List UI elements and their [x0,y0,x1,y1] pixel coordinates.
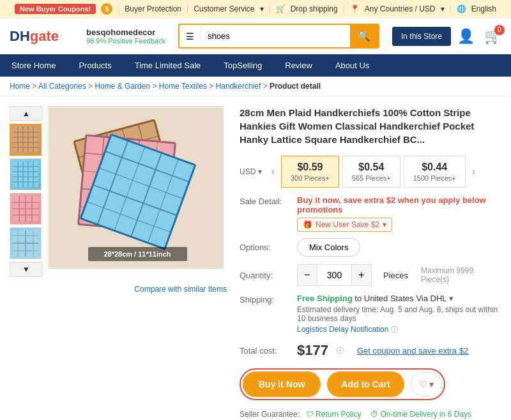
options-row: Options: Mix Colors [240,238,501,257]
search-area: ☰ 🔍 [178,24,379,49]
logistics-link[interactable]: Logistics Delay Notification ⓘ [297,325,501,334]
language-selector[interactable]: English [471,4,496,13]
drop-shipping[interactable]: Drop shipping [291,4,338,13]
max-quantity: Maximum 9999 Piece(s) [421,266,501,284]
product-title: 28cm Men Plaid Handkerchiefs 100% Cotton… [240,106,501,146]
logo[interactable]: DHgate [10,28,80,45]
thumbnail-4[interactable] [10,227,42,259]
total-row: Total cost: $177 ⓘ Get coupon and save e… [240,342,501,359]
heart-icon: ♡ [419,379,427,389]
mix-colors-option[interactable]: Mix Colors [297,238,360,257]
guarantee-row: Seller Guarantee: 🛡 Return Policy ⏱ On-t… [240,410,501,419]
hamburger-button[interactable]: ☰ [179,26,201,47]
cart-badge: 0 [494,25,505,35]
breadcrumb-all-categories[interactable]: All Categories [38,82,86,91]
price-tier-1[interactable]: $0.59 300 Pieces+ [281,156,339,188]
price-tier-3[interactable]: $0.44 1500 Pieces+ [404,156,466,188]
quantity-row: Quantity: − + Pieces Maximum 9999 Piece(… [240,264,501,286]
breadcrumb-home-textiles[interactable]: Home Textiles [159,82,207,91]
shipping-label: Shipping: [240,294,291,304]
total-info-icon: ⓘ [337,346,344,356]
search-button[interactable]: 🔍 [350,25,378,47]
nav-about-us[interactable]: About Us [324,54,381,77]
sale-detail-area: Buy it now, save extra $2 when you apply… [297,195,501,232]
currency-selector[interactable]: USD ▾ [240,167,262,176]
in-this-store-button[interactable]: In this Store [392,27,451,46]
breadcrumb-home-garden[interactable]: Home & Garden [95,82,150,91]
shipping-row: Shipping: Free Shipping to United States… [240,294,501,334]
search-input[interactable] [201,26,350,46]
prev-price-nav[interactable]: ‹ [268,166,278,177]
image-panel: ▲ [10,106,227,420]
guarantee-items: 🛡 Return Policy ⏱ On-time Delivery in 6 … [306,410,471,419]
options-label: Options: [240,243,291,252]
navigation: Store Home Products Time Limited Sale To… [0,54,511,77]
price-tier-2[interactable]: $0.54 565 Pieces+ [342,156,400,188]
thumbnail-3[interactable] [10,193,42,225]
free-shipping-text: Free Shipping [297,294,353,303]
ship-dropdown-icon[interactable]: ▾ [449,294,454,303]
store-name[interactable]: besqohomedecor [86,27,165,37]
guarantee-label: Seller Guarantee: [240,410,300,419]
breadcrumb: Home > All Categories > Home & Garden > … [0,77,511,96]
svg-rect-9 [13,161,38,187]
nav-time-limited-sale[interactable]: Time Limited Sale [123,54,213,77]
return-policy-text: Return Policy [316,410,361,419]
nav-store-home[interactable]: Store Home [0,54,67,77]
quantity-input[interactable] [317,265,352,285]
coupon-save-link[interactable]: Get coupon and save extra $2 [357,346,468,356]
new-user-badge[interactable]: 🎁 New User Save $2 ▾ [297,218,392,232]
breadcrumb-handkerchief[interactable]: Handkerchief [216,82,261,91]
product-info: 28cm Men Plaid Handkerchiefs 100% Cotton… [240,106,501,420]
account-icon[interactable]: 👤 [457,28,475,45]
breadcrumb-home[interactable]: Home [10,82,30,91]
shipping-main: Free Shipping to United States Via DHL ▾ [297,294,501,303]
shield-icon: 🛡 [306,410,314,419]
quantity-label: Quantity: [240,271,291,280]
main-product-image[interactable]: 28*28cm / 11*11inch [48,106,224,269]
store-info: besqohomedecor 98.9% Positive Feedback [86,27,165,45]
chevron-down-icon: ▾ [260,4,264,13]
compare-link[interactable]: Compare with similar Items [10,280,227,294]
quantity-increase-button[interactable]: + [352,265,371,285]
sale-detail-text: Buy it now, save extra $2 when you apply… [297,195,501,214]
price-1: $0.59 [291,161,330,173]
ship-to-text: to United States Via DHL [355,294,446,303]
header: DHgate besqohomedecor 98.9% Positive Fee… [0,19,511,54]
delivery-guarantee-text: On-time Delivery in 6 Days [380,410,471,419]
next-price-nav[interactable]: › [469,166,478,177]
coupon-tag[interactable]: New Buyer Coupons! [15,4,96,14]
globe-icon: 🌐 [457,4,466,13]
total-label: Total cost: [240,346,291,356]
countries-selector[interactable]: Any Countries / USD [365,4,436,13]
wishlist-button[interactable]: ♡ ▾ [411,372,442,396]
quantity-controls: − + [297,264,372,286]
logistics-link-text: Logistics Delay Notification [297,325,388,334]
nav-review[interactable]: Review [273,54,324,77]
thumbnail-2[interactable] [10,158,42,190]
cart-icon[interactable]: 🛒 0 [484,28,501,45]
return-policy[interactable]: 🛡 Return Policy [306,410,361,419]
qty-3: 1500 Pieces+ [413,174,456,182]
quantity-decrease-button[interactable]: − [298,265,317,285]
dollar-badge: $ [101,3,112,15]
delivery-guarantee[interactable]: ⏱ On-time Delivery in 6 Days [370,410,471,419]
add-to-cart-button[interactable]: Add to Cart [327,371,404,397]
chevron-down-icon2: ▾ [441,4,445,13]
shipping-estimate: Estimated delivery time: Aug. 5 and Aug.… [297,305,501,323]
shipping-info: Free Shipping to United States Via DHL ▾… [297,294,501,334]
nav-products[interactable]: Products [67,54,123,77]
nav-topselling[interactable]: TopSelling [212,54,273,77]
buy-now-button[interactable]: Buy it Now [243,371,321,397]
thumb-next[interactable]: ▼ [10,262,43,277]
location-icon: 📍 [350,4,360,13]
thumbnail-1[interactable] [10,124,42,156]
svg-text:28*28cm / 11*11inch: 28*28cm / 11*11inch [103,250,171,258]
gift-icon: 🎁 [303,220,312,229]
new-user-text: New User Save $2 [316,220,379,229]
customer-service[interactable]: Customer Service [194,4,254,13]
thumbnail-column: ▲ [10,106,43,280]
price-3: $0.44 [413,161,456,173]
feedback-text: 98.9% Positive Feedback [86,37,165,45]
thumb-prev[interactable]: ▲ [10,106,43,121]
